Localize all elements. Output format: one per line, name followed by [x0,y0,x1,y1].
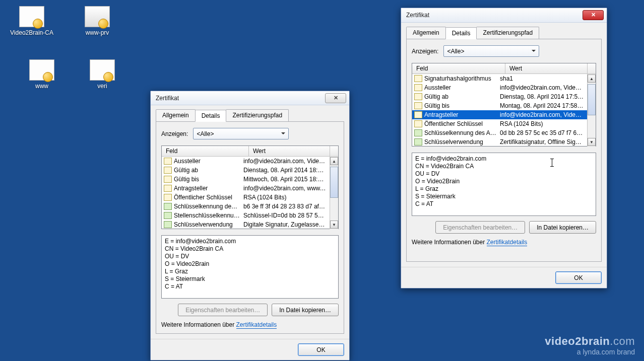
list-row[interactable]: StellenschlüsselkennungSchlüssel-ID=0d b… [162,211,330,220]
list-row[interactable]: Antragstellerinfo@video2brain.com, www.… [162,184,330,193]
scroll-down[interactable]: ▼ [588,138,596,146]
edit-properties-button: Eigenschaften bearbeiten… [435,221,525,234]
certificate-icon [29,59,54,81]
desktop-icon-www[interactable]: www [19,59,65,90]
extension-icon [164,203,172,210]
anzeigen-select[interactable]: <Alle> [443,45,539,57]
list-row[interactable]: Gültig abDienstag, 08. April 2014 18:00… [162,166,330,175]
close-button[interactable]: ✕ [583,10,604,20]
listbox-header: FeldWert [412,63,596,74]
detail-textbox[interactable]: E = info@video2brain.com CN = Video2Brai… [161,235,339,299]
close-button[interactable]: ✕ [325,93,346,103]
anzeigen-select[interactable]: <Alle> [193,128,289,139]
cell-wert: RSA (1024 Bits) [243,194,330,201]
tab-zertifizierungspfad[interactable]: Zertifizierungspfad [476,27,539,39]
tab-allgemein[interactable]: Allgemein [406,27,446,39]
scroll-down[interactable]: ▼ [330,221,338,229]
cert-details-link[interactable]: Zertifikatdetails [487,239,528,246]
col-wert[interactable]: Wert [249,146,330,156]
cell-wert: Montag, 08. April 2024 17:58:00 [500,102,587,109]
list-row[interactable]: Gültig bisMittwoch, 08. April 2015 18:0… [162,175,330,184]
anzeigen-value: <Alle> [447,48,464,55]
col-wert[interactable]: Wert [505,63,588,74]
cell-wert: info@video2brain.com, Video2… [500,84,587,91]
tab-details[interactable]: Details [445,27,477,39]
col-feld[interactable]: Feld [162,146,249,156]
cell-wert: Zertifikatsignatur, Offline Signi… [500,138,587,146]
list-row[interactable]: Öffentlicher SchlüsselRSA (1024 Bits) [412,119,587,128]
edit-properties-button: Eigenschaften bearbeiten… [178,304,268,316]
cell-feld: Gültig bis [424,102,500,109]
cell-wert: Dienstag, 08. April 2014 17:58… [500,93,587,100]
scroll-thumb[interactable] [588,84,596,115]
tab-bar: AllgemeinDetailsZertifizierungspfad [406,27,602,39]
anzeigen-value: <Alle> [197,130,214,137]
list-row[interactable]: Öffentlicher SchlüsselRSA (1024 Bits) [162,193,330,202]
more-info: Weitere Informationen über Zertifikatdet… [412,239,596,246]
cell-feld: Öffentlicher Schlüssel [174,194,243,201]
cell-feld: Aussteller [424,84,500,91]
tab-bar: AllgemeinDetailsZertifizierungspfad [156,109,344,122]
list-row[interactable]: Gültig abDienstag, 08. April 2014 17:58… [412,92,587,101]
list-row[interactable]: SchlüsselverwendungZertifikatsignatur, O… [412,137,587,147]
titlebar[interactable]: Zertifikat✕ [151,91,349,105]
dialog-footer: OK [151,339,349,360]
field-icon [414,84,422,91]
cell-wert: Digitale Signatur, Zugelassen… [243,221,330,228]
listbox-header: FeldWert [162,146,338,157]
field-icon [164,167,172,174]
list-row[interactable]: Schlüsselkennung des Antra…0d bb 28 57 5… [412,128,587,137]
extension-icon [414,129,422,136]
extension-icon [414,138,422,146]
brand-tld: .com [610,335,635,347]
list-row[interactable]: Ausstellerinfo@video2brain.com, Video2… [412,83,587,92]
tab-allgemein[interactable]: Allgemein [156,109,196,121]
ok-button[interactable]: OK [298,343,344,356]
copy-to-file-button[interactable]: In Datei kopieren… [272,304,339,316]
detail-textbox[interactable]: E = info@video2brain.com CN = Video2Brai… [412,153,596,216]
certificate-icon [19,6,44,27]
brand: video2brain [545,335,610,347]
cell-feld: Antragsteller [424,111,500,118]
scrollbar[interactable]: ▲▼ [330,157,338,229]
cert-details-link[interactable]: Zertifikatdetails [236,321,277,329]
scrollbar[interactable]: ▲▼ [587,74,596,147]
tab-zertifizierungspfad[interactable]: Zertifizierungspfad [226,109,289,121]
desktop-icon-www-prv[interactable]: www-prv [75,6,120,36]
fields-listbox[interactable]: FeldWertAusstellerinfo@video2brain.com, … [161,146,339,229]
list-row[interactable]: Gültig bisMontag, 08. April 2024 17:58:0… [412,101,587,110]
copy-to-file-button[interactable]: In Datei kopieren… [529,221,596,234]
cell-feld: Schlüsselverwendung [174,221,243,228]
scroll-up[interactable]: ▲ [588,75,596,83]
window-title: Zertifikat [154,95,325,102]
window-title: Zertifikat [404,12,583,19]
tab-page-details: Anzeigen:<Alle>FeldWertSignaturhashalgor… [406,39,602,262]
cell-feld: Schlüsselverwendung [424,138,500,146]
desktop-icon-veri[interactable]: veri [80,59,125,90]
scroll-thumb[interactable] [330,167,338,198]
cell-feld: Antragsteller [174,185,243,192]
list-row[interactable]: Schlüsselkennung des Antra…b6 3e ff 3f d… [162,202,330,211]
col-feld[interactable]: Feld [412,63,505,74]
list-row[interactable]: Signaturhashalgorithmussha1 [412,74,587,83]
certificate-dialog: Zertifikat✕AllgemeinDetailsZertifizierun… [401,8,607,288]
extension-icon [164,221,172,228]
cell-wert: b6 3e ff 3f d4 28 23 83 d7 af … [243,203,330,210]
scroll-up[interactable]: ▲ [330,157,338,165]
brand-sub: a lynda.com brand [545,348,635,356]
desktop-icon-video2brain-ca[interactable]: Video2Brain-CA [9,6,54,36]
desktop-icon-label: www-prv [75,29,120,36]
extension-icon [164,212,172,219]
list-row[interactable]: Antragstellerinfo@video2brain.com, Video… [412,110,587,119]
list-row[interactable]: SchlüsselverwendungDigitale Signatur, Zu… [162,220,330,229]
certificate-icon [90,59,115,81]
ok-button[interactable]: OK [555,271,602,284]
titlebar[interactable]: Zertifikat✕ [401,8,607,23]
cell-wert: Schlüssel-ID=0d bb 28 57 5c e… [243,212,330,219]
field-icon [414,120,422,127]
fields-listbox[interactable]: FeldWertSignaturhashalgorithmussha1Ausst… [412,63,596,147]
field-icon [164,176,172,183]
list-row[interactable]: Ausstellerinfo@video2brain.com, Video2… [162,157,330,166]
cell-feld: Signaturhashalgorithmus [424,75,500,82]
tab-details[interactable]: Details [195,110,227,122]
